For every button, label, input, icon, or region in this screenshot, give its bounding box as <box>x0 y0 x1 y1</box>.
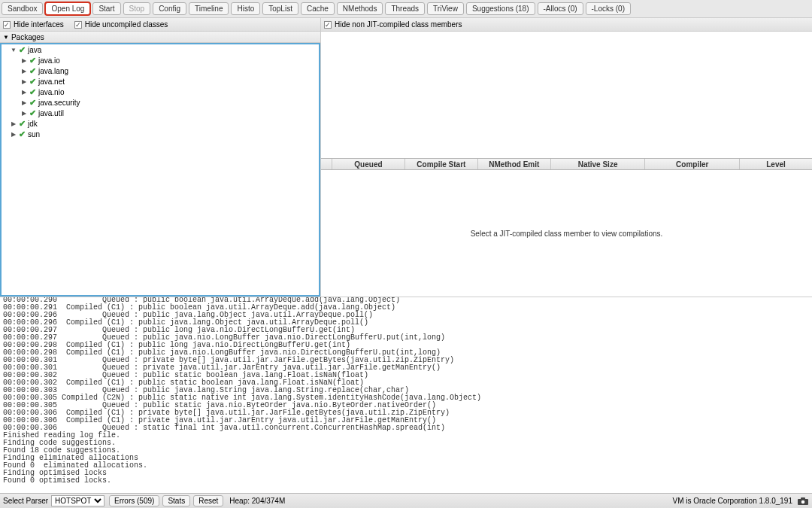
hide-non-jit-checkbox[interactable]: Hide non JIT-compiled class members <box>324 20 462 29</box>
hide-uncompiled-checkbox[interactable]: Hide uncompiled classes <box>74 20 168 29</box>
chevron-down-icon: ▼ <box>3 34 9 41</box>
tree-item[interactable]: ▶✔java.io <box>0 55 320 65</box>
check-icon: ✔ <box>19 119 26 129</box>
tree-item-label: java.lang <box>38 67 68 75</box>
svg-point-2 <box>801 500 805 503</box>
hide-non-jit-label: Hide non JIT-compiled class members <box>335 20 462 29</box>
tree-item[interactable]: ▶✔java.nio <box>0 87 320 97</box>
chevron-right-icon[interactable]: ▶ <box>21 68 27 75</box>
compilation-detail-placeholder: Select a JIT-compiled class member to vi… <box>321 170 812 297</box>
tree-item-label: sun <box>28 130 40 138</box>
hide-interfaces-checkbox[interactable]: Hide interfaces <box>3 20 64 29</box>
hide-uncompiled-label: Hide uncompiled classes <box>85 20 168 29</box>
tree-item-label: java.net <box>38 78 65 86</box>
triview-button[interactable]: TriView <box>427 2 464 15</box>
check-icon: ✔ <box>29 87 36 97</box>
tree-item[interactable]: ▶✔java.util <box>0 108 320 118</box>
tree-item[interactable]: ▶✔jdk <box>0 118 320 129</box>
parser-select[interactable]: HOTSPOT <box>51 495 105 506</box>
suggestions-button[interactable]: Suggestions (18) <box>466 2 535 15</box>
tree-item-label: jdk <box>28 120 38 128</box>
cache-button[interactable]: Cache <box>301 2 335 15</box>
right-options-bar: Hide non JIT-compiled class members <box>321 18 812 32</box>
tree-item[interactable]: ▶✔java.security <box>0 97 320 108</box>
chevron-right-icon[interactable]: ▶ <box>21 78 27 85</box>
nmethods-button[interactable]: NMethods <box>337 2 383 15</box>
chevron-right-icon[interactable]: ▶ <box>21 57 27 64</box>
stop-button: Stop <box>123 2 151 15</box>
col-nmethod-emit[interactable]: NMethod Emit <box>478 159 551 169</box>
col-spacer <box>321 159 332 169</box>
packages-header-label: Packages <box>11 33 44 41</box>
left-options-bar: Hide interfaces Hide uncompiled classes <box>0 18 320 32</box>
vm-label: VM is Oracle Corporation 1.8.0_191 <box>672 497 792 505</box>
stats-button[interactable]: Stats <box>162 495 190 506</box>
main-toolbar: Sandbox Open Log Start Stop Config Timel… <box>0 0 812 18</box>
allocs-button[interactable]: -Allocs (0) <box>538 2 583 15</box>
check-icon: ✔ <box>19 45 26 55</box>
tree-item-label: java.util <box>38 109 64 117</box>
col-level[interactable]: Level <box>740 159 812 169</box>
svg-rect-1 <box>801 497 805 500</box>
chevron-right-icon[interactable]: ▶ <box>11 120 17 127</box>
top-split: Hide interfaces Hide uncompiled classes … <box>0 18 812 297</box>
tree-item-label: java <box>28 46 41 54</box>
log-output[interactable]: 00:00:00.290 Queued : public boolean jav… <box>0 297 812 486</box>
locks-button[interactable]: -Locks (0) <box>586 2 631 15</box>
tree-item-label: java.security <box>38 99 80 107</box>
compilation-columns: Queued Compile Start NMethod Emit Native… <box>321 158 812 170</box>
select-parser-label: Select Parser <box>3 497 48 505</box>
hide-interfaces-label: Hide interfaces <box>14 20 64 29</box>
status-bar: Select Parser HOTSPOT Errors (509) Stats… <box>0 493 812 508</box>
toplist-button[interactable]: TopList <box>262 2 298 15</box>
tree-item[interactable]: ▶✔java.net <box>0 76 320 87</box>
tree-item-label: java.io <box>38 56 60 65</box>
heap-label: Heap: 204/374M <box>229 497 285 505</box>
timeline-button[interactable]: Timeline <box>189 2 229 15</box>
tree-item[interactable]: ▼✔java <box>0 44 320 55</box>
packages-pane: Hide interfaces Hide uncompiled classes … <box>0 18 321 297</box>
checkbox-icon <box>3 21 11 29</box>
histo-button[interactable]: Histo <box>231 2 260 15</box>
chevron-right-icon[interactable]: ▶ <box>21 89 27 96</box>
config-button[interactable]: Config <box>153 2 186 15</box>
col-native-size[interactable]: Native Size <box>551 159 646 169</box>
members-pane: Hide non JIT-compiled class members Queu… <box>321 18 812 297</box>
chevron-right-icon[interactable]: ▶ <box>21 110 27 117</box>
check-icon: ✔ <box>29 77 36 87</box>
members-list <box>321 32 812 158</box>
check-icon: ✔ <box>29 66 36 76</box>
start-button[interactable]: Start <box>92 2 120 15</box>
tree-item[interactable]: ▶✔sun <box>0 129 320 139</box>
chevron-right-icon[interactable]: ▶ <box>21 99 27 106</box>
check-icon: ✔ <box>29 108 36 118</box>
chevron-right-icon[interactable]: ▶ <box>11 131 17 138</box>
check-icon: ✔ <box>29 98 36 108</box>
checkbox-icon <box>324 21 332 29</box>
tree-item[interactable]: ▶✔java.lang <box>0 65 320 76</box>
col-compiler[interactable]: Compiler <box>645 159 740 169</box>
open-log-button[interactable]: Open Log <box>45 2 90 15</box>
reset-button[interactable]: Reset <box>193 495 223 506</box>
col-compile-start[interactable]: Compile Start <box>405 159 478 169</box>
check-icon: ✔ <box>19 129 26 139</box>
tree-item-label: java.nio <box>38 88 64 96</box>
packages-header[interactable]: ▼ Packages <box>0 32 320 43</box>
col-queued[interactable]: Queued <box>332 159 405 169</box>
threads-button[interactable]: Threads <box>385 2 425 15</box>
errors-button[interactable]: Errors (509) <box>109 495 159 506</box>
check-icon: ✔ <box>29 56 36 65</box>
camera-icon[interactable] <box>797 497 809 506</box>
packages-tree[interactable]: ▼✔java▶✔java.io▶✔java.lang▶✔java.net▶✔ja… <box>0 43 320 297</box>
checkbox-icon <box>74 21 82 29</box>
chevron-down-icon[interactable]: ▼ <box>11 47 17 53</box>
sandbox-button[interactable]: Sandbox <box>2 2 43 15</box>
